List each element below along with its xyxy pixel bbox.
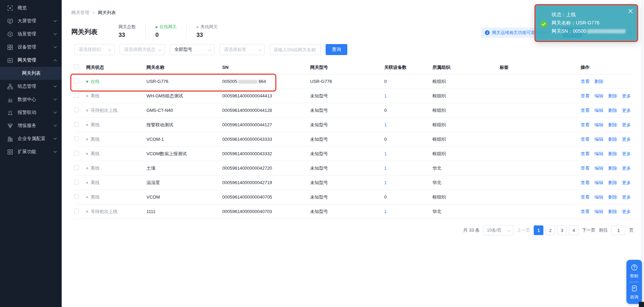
device-count-link[interactable]: 1 [384,93,387,98]
row-action-link[interactable]: 删除 [594,78,603,85]
row-action-link[interactable]: 更多 [622,194,631,200]
row-action-link[interactable]: 删除 [608,136,617,142]
prev-page-button[interactable]: 上一页 [517,227,530,233]
row-action-link[interactable]: 删除 [608,107,617,114]
row-action-link[interactable]: 查看 [581,136,590,142]
row-checkbox[interactable] [74,180,79,184]
stat-total: 网关总数 33 [119,24,145,39]
row-action-link[interactable]: 查看 [581,151,590,157]
row-checkbox[interactable] [74,194,79,199]
sidebar-item[interactable]: 网关管理 [0,54,62,67]
gateway-sn: 00059614000000042720 [222,166,310,171]
row-checkbox[interactable] [74,136,79,141]
query-button[interactable]: 查询 [326,44,347,55]
row-action-link[interactable]: 查看 [581,78,590,85]
gateway-model: 未知型号 [310,180,384,186]
device-count-link[interactable]: 1 [384,209,387,214]
row-action-link[interactable]: 查看 [581,93,590,99]
sidebar: 概览 大屏管理 场景管理 设备管理 网关管理 网关列表 组态管理 [0,0,62,307]
row-action-link[interactable]: 删除 [608,93,617,99]
jump-page-input[interactable] [611,225,626,235]
row-action-link[interactable]: 更多 [622,136,631,142]
device-count-link[interactable]: 1 [384,151,387,156]
row-action-link[interactable]: 删除 [608,122,617,128]
redacted-sn [587,29,626,33]
row-action-link[interactable]: 更多 [622,122,631,128]
row-action-link[interactable]: 更多 [622,180,631,186]
row-action-link[interactable]: 编辑 [594,122,603,128]
select-all-checkbox[interactable] [74,64,79,69]
pagination-total: 共 33 条 [463,227,480,233]
row-action-link[interactable]: 更多 [622,151,631,157]
row-checkbox[interactable] [74,107,79,112]
breadcrumb-parent[interactable]: 网关管理 [71,10,89,16]
gateway-status: 离线 [86,194,146,200]
page-button[interactable]: 2 [545,225,555,235]
row-checkbox[interactable] [74,209,79,213]
gateway-status-select[interactable]: 请选择网关状态 [120,44,165,55]
row-action-link[interactable]: 删除 [608,194,617,200]
row-action-link[interactable]: 删除 [608,209,617,215]
row-action-link[interactable]: 删除 [608,180,617,186]
device-count-link[interactable]: 1 [384,180,387,185]
row-action-link[interactable]: 编辑 [594,165,603,171]
row-action-link[interactable]: 删除 [608,151,617,157]
page-button[interactable]: 4 [569,225,579,235]
sidebar-item[interactable]: 扩展功能 [0,145,62,158]
row-checkbox[interactable] [74,78,79,83]
tag-select[interactable]: 请选择标签 [219,44,265,55]
status-dot-icon [86,95,88,97]
row-checkbox[interactable] [74,93,79,98]
consult-button[interactable]: 咨询 [630,285,638,300]
scrollbar-track[interactable] [641,0,644,307]
sn-search-input[interactable] [274,47,317,52]
row-action-link[interactable]: 查看 [581,107,590,114]
close-icon[interactable] [628,9,633,13]
next-page-button[interactable]: 下一页 [582,227,595,233]
per-page-select[interactable]: 10条/页 [483,225,513,235]
row-action-link[interactable]: 编辑 [594,180,603,186]
row-action-link[interactable]: 编辑 [594,194,603,200]
sidebar-item[interactable]: 组态管理 [0,80,62,93]
model-select[interactable]: 全部型号 [170,44,215,55]
row-action-link[interactable]: 更多 [622,209,631,215]
row-action-link[interactable]: 查看 [581,194,590,200]
row-action-link[interactable]: 编辑 [594,209,603,215]
row-action-link[interactable]: 更多 [622,93,631,99]
row-checkbox[interactable] [74,151,79,156]
row-action-link[interactable]: 删除 [608,165,617,171]
row-action-link[interactable]: 查看 [581,209,590,215]
sidebar-item[interactable]: 数据中心 [0,93,62,106]
chevron-down-icon [53,20,57,22]
page-button[interactable]: 3 [557,225,567,235]
sidebar-subitem[interactable]: 网关列表 [0,67,62,80]
col-org: 所属组织 [432,64,500,71]
chevron-down-icon [53,98,57,100]
device-count-link[interactable]: 1 [384,122,387,127]
org-select[interactable]: 请选择组织 [74,44,115,55]
device-count-link[interactable]: 1 [384,166,387,171]
row-action-link[interactable]: 编辑 [594,136,603,142]
sidebar-item[interactable]: 场景管理 [0,28,62,41]
sidebar-item[interactable]: 概览 [0,1,62,14]
row-action-link[interactable]: 查看 [581,180,590,186]
row-action-link[interactable]: 编辑 [594,151,603,157]
device-count: 0 [384,194,432,200]
row-action-link[interactable]: 编辑 [594,93,603,99]
gateway-name: 1111 [146,209,222,214]
sidebar-item[interactable]: 增值服务 [0,119,62,132]
row-action-link[interactable]: 编辑 [594,107,603,114]
sidebar-item[interactable]: 报警联动 [0,106,62,119]
sidebar-subitem-label: 网关列表 [22,70,41,76]
row-checkbox[interactable] [74,122,79,127]
sidebar-item[interactable]: 大屏管理 [0,14,62,28]
help-button[interactable]: 帮助 [630,264,638,279]
sidebar-item[interactable]: 企业专属配置 [0,132,62,145]
page-button[interactable]: 1 [534,225,543,235]
row-checkbox[interactable] [74,165,79,170]
row-action-link[interactable]: 查看 [581,122,590,128]
row-action-link[interactable]: 更多 [622,107,631,114]
sidebar-item[interactable]: 设备管理 [0,41,62,54]
row-action-link[interactable]: 查看 [581,165,590,171]
row-action-link[interactable]: 更多 [622,165,631,171]
